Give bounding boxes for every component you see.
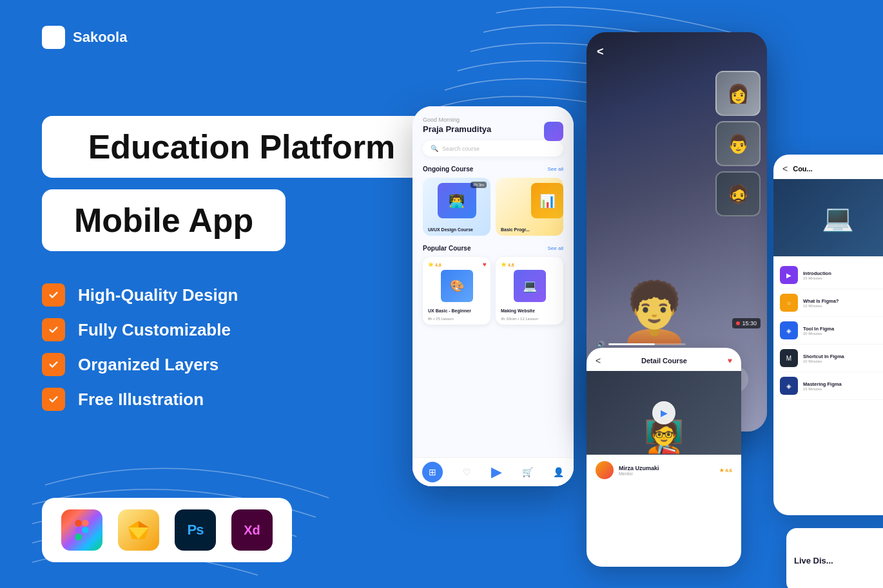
- adobe-xd-icon: Xd: [231, 509, 273, 551]
- left-content: Education Platform Mobile App High-Quali…: [42, 116, 442, 411]
- detail-heart-icon[interactable]: ♥: [728, 356, 732, 365]
- item-name-1: Introduction: [803, 270, 883, 276]
- volume-track[interactable]: [608, 343, 686, 345]
- nav-play[interactable]: ▶: [491, 464, 502, 480]
- item-meta-1: 15 Minutes: [803, 276, 883, 280]
- mentor-avatar: [596, 461, 614, 479]
- figma-icon: [61, 509, 102, 551]
- basic-illustration: 📊: [531, 183, 563, 218]
- participants-sidebar: 👩 👨 🧔: [715, 71, 761, 216]
- item-meta-4: 10 Minutes: [803, 359, 883, 363]
- mentor-name: Mirza Uzumaki: [619, 465, 659, 471]
- item-meta-5: 15 Minutes: [803, 387, 883, 391]
- list-back-btn[interactable]: <: [782, 164, 788, 174]
- back-button-video[interactable]: <: [597, 45, 604, 59]
- mentor-rating: ★ 4.6: [719, 468, 732, 473]
- mentor-info: Mirza Uzumaki Mentor ★ 4.6: [587, 455, 741, 486]
- phone-course-list: < Cou... 💻 ▶ Introduction 15 Minutes ○ W…: [773, 155, 883, 515]
- ongoing-title: Ongoing Course: [423, 166, 473, 173]
- item-name-3: Tool In Figma: [803, 326, 883, 332]
- svg-point-4: [82, 527, 89, 534]
- popular-card-1[interactable]: ⭐ 4.8 ♥ 🎨 UX Basic - Beginner 8h • 25 Le…: [423, 257, 490, 325]
- detail-video-area: 🧑‍🏫 ▶: [587, 371, 741, 455]
- app-greeting: Good Morning: [423, 117, 563, 123]
- detail-back-btn[interactable]: <: [596, 356, 601, 366]
- svg-rect-1: [82, 520, 89, 527]
- detail-header: < Detail Course ♥: [587, 348, 741, 371]
- participant-3: 🧔: [715, 171, 761, 216]
- user-avatar: [544, 122, 563, 141]
- feature-4: Free Illustration: [42, 388, 442, 411]
- item-name-2: What Is Figma?: [803, 298, 883, 304]
- search-icon: 🔍: [431, 145, 438, 152]
- live-dis-label: Live Dis...: [786, 548, 841, 573]
- nav-heart[interactable]: ♡: [463, 467, 471, 477]
- recording-dot: [736, 321, 740, 325]
- check-icon-3: [42, 353, 65, 376]
- title-box-1: Education Platform: [42, 116, 442, 178]
- item-name-4: Shortcut In Figma: [803, 354, 883, 359]
- popular-courses: ⭐ 4.8 ♥ 🎨 UX Basic - Beginner 8h • 25 Le…: [423, 257, 563, 325]
- list-item[interactable]: ◈ Mastering Figma 15 Minutes: [780, 372, 883, 400]
- item-meta-3: 20 Minutes: [803, 332, 883, 336]
- detail-course-title: Detail Course: [641, 357, 687, 365]
- bottom-nav: ⊞ ♡ ▶ 🛒 👤: [412, 457, 574, 486]
- timer-badge: 15:30: [732, 318, 761, 328]
- search-bar[interactable]: 🔍 Search course: [423, 140, 563, 156]
- features-list: High-Quality Design Fully Customizable O…: [42, 283, 442, 411]
- feature-label-2: Fully Customizable: [78, 320, 231, 340]
- see-all-ongoing[interactable]: See all: [548, 166, 563, 172]
- course-card-ux[interactable]: 👨‍💻 8h 3m UI/UX Design Course: [423, 178, 490, 236]
- item-text-1: Introduction 15 Minutes: [803, 270, 883, 280]
- course-list-header: < Cou...: [773, 155, 883, 179]
- feature-label-3: Organized Layers: [78, 355, 218, 375]
- participant-1: 👩: [715, 71, 761, 116]
- heart-icon-1: ♥: [483, 261, 487, 268]
- logo-text: Sakoola: [73, 29, 127, 46]
- logo: Sakoola: [42, 26, 127, 49]
- phone-live-discussion: Live Dis...: [786, 528, 883, 588]
- item-icon-5: ◈: [780, 377, 798, 395]
- app-user-name: Praja Pramuditya: [423, 124, 563, 134]
- popular-title: Popular Course: [423, 245, 471, 252]
- volume-control[interactable]: 🔊: [597, 341, 686, 348]
- popular-title-1: UX Basic - Beginner: [428, 308, 471, 313]
- item-icon-1: ▶: [780, 266, 798, 284]
- list-item[interactable]: ◈ Tool In Figma 20 Minutes: [780, 317, 883, 345]
- course-time: 8h 3m: [471, 182, 487, 188]
- pop-illustration-1: 🎨: [441, 270, 473, 302]
- logo-icon: [42, 26, 65, 49]
- feature-label-1: High-Quality Design: [78, 285, 238, 305]
- course-list-image: 💻: [773, 179, 883, 256]
- tools-bar: Ps Xd: [42, 498, 292, 562]
- play-button[interactable]: ▶: [652, 401, 675, 424]
- ongoing-courses: 👨‍💻 8h 3m UI/UX Design Course 📊 Basic Pr…: [423, 178, 563, 236]
- feature-2: Fully Customizable: [42, 318, 442, 341]
- check-icon-2: [42, 318, 65, 341]
- popular-meta-2: 4h 30min • 12 Lesson: [501, 317, 538, 321]
- item-meta-2: 10 Minutes: [803, 304, 883, 308]
- popular-card-2[interactable]: ⭐ 4.6 💻 Making Website 4h 30min • 12 Les…: [496, 257, 563, 325]
- list-item[interactable]: M Shortcut In Figma 10 Minutes: [780, 345, 883, 372]
- item-icon-4: M: [780, 349, 798, 367]
- item-icon-3: ◈: [780, 321, 798, 339]
- nav-profile[interactable]: 👤: [553, 467, 564, 477]
- check-icon-1: [42, 283, 65, 307]
- nav-cart[interactable]: 🛒: [522, 467, 533, 477]
- popular-meta-1: 8h • 25 Lesson: [428, 317, 454, 321]
- course-card-basic[interactable]: 📊 Basic Progr...: [496, 178, 563, 236]
- course-list-items: ▶ Introduction 15 Minutes ○ What Is Figm…: [773, 256, 883, 405]
- nav-home[interactable]: ⊞: [422, 462, 443, 482]
- list-item[interactable]: ○ What Is Figma? 10 Minutes: [780, 289, 883, 317]
- volume-icon: 🔊: [597, 341, 605, 348]
- ux-illustration: 👨‍💻: [438, 183, 476, 218]
- timer-display: 15:30: [742, 320, 757, 327]
- list-item[interactable]: ▶ Introduction 15 Minutes: [780, 261, 883, 289]
- phone-main-app: Good Morning Praja Pramuditya 🔍 Search c…: [412, 106, 574, 486]
- title-line1: Education Platform: [88, 128, 396, 166]
- see-all-popular[interactable]: See all: [548, 245, 563, 251]
- svg-rect-3: [75, 533, 82, 540]
- phone-detail-course: < Detail Course ♥ 🧑‍🏫 ▶ Mirza Uzumaki Me…: [587, 348, 741, 567]
- course-name-2: Basic Progr...: [501, 227, 530, 232]
- feature-3: Organized Layers: [42, 353, 442, 376]
